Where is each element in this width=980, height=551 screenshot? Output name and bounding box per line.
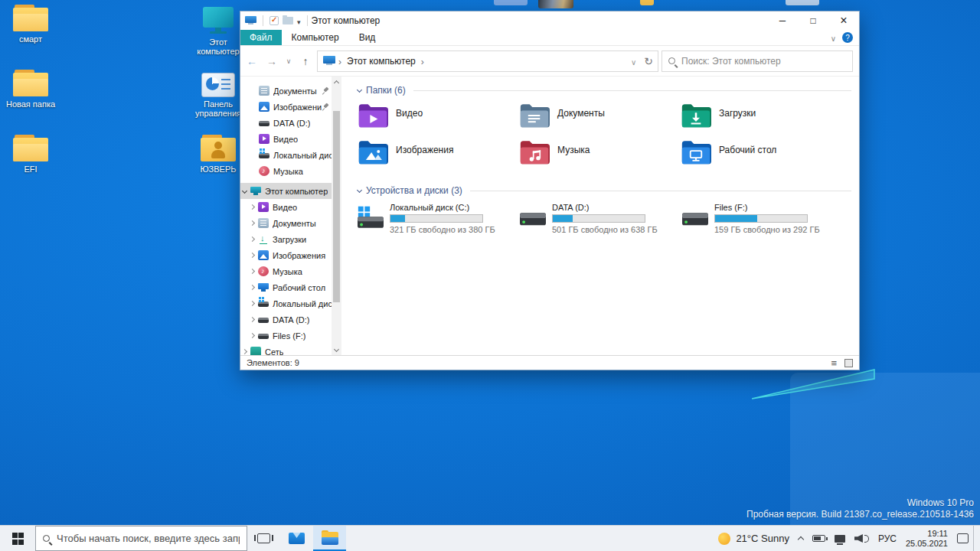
chevron-right-icon[interactable] [250, 285, 255, 290]
folder-tile-videos[interactable]: Видео [358, 102, 519, 139]
battery-status[interactable] [808, 526, 830, 551]
videos-folder-icon [358, 102, 388, 128]
desktop-icon-smart[interactable]: смарт [2, 5, 60, 44]
minimize-button[interactable] [767, 11, 798, 30]
sidebar-item-network[interactable]: Сеть [240, 344, 332, 355]
language-indicator[interactable]: РУС [874, 526, 901, 551]
drive-tile-d[interactable]: DATA (D:) 501 ГБ свободно из 638 ГБ [520, 203, 682, 234]
taskbar-search-box[interactable] [35, 526, 247, 551]
drive-tile-c[interactable]: Локальный диск (C:) 321 ГБ свободно из 3… [358, 203, 520, 234]
sidebar-item-documents[interactable]: Документы [240, 83, 332, 99]
up-button[interactable]: ↑ [297, 53, 314, 70]
chevron-right-icon[interactable] [250, 301, 255, 306]
network-status[interactable] [830, 526, 850, 551]
chevron-right-icon[interactable] [250, 204, 255, 210]
back-button[interactable]: ← [243, 53, 260, 70]
chevron-right-icon[interactable] [250, 269, 255, 274]
tab-view[interactable]: Вид [349, 30, 386, 45]
large-icons-view-button[interactable] [844, 359, 853, 367]
file-explorer-button[interactable] [313, 526, 346, 551]
address-bar[interactable]: Этот компьютер [317, 51, 658, 72]
mail-icon [289, 533, 305, 544]
properties-button[interactable] [270, 16, 279, 25]
taskbar-search-input[interactable] [57, 533, 240, 544]
user-folder-icon [201, 135, 236, 162]
video-icon [258, 202, 269, 212]
maximize-button[interactable] [798, 11, 828, 30]
breadcrumb-chevron-icon[interactable] [421, 54, 424, 68]
action-center-button[interactable] [952, 526, 973, 551]
tray-overflow-button[interactable] [794, 526, 808, 551]
folder-tile-desktop[interactable]: Рабочий стол [681, 139, 842, 175]
volume-status[interactable] [850, 526, 874, 551]
desktop-icon-user-folder[interactable]: ЮЗВЕРЬ [189, 135, 247, 174]
scrollbar-thumb[interactable] [333, 111, 340, 302]
forward-button[interactable]: → [263, 53, 280, 70]
breadcrumb-this-pc[interactable]: Этот компьютер [345, 56, 418, 67]
group-header-folders[interactable]: Папки (6) [358, 84, 851, 96]
desktop-icon-this-pc[interactable]: Этот компьютер [189, 6, 247, 56]
chevron-right-icon[interactable] [250, 220, 255, 226]
sidebar-item-downloads[interactable]: Загрузки [240, 231, 332, 247]
scrollbar-up-arrow[interactable] [332, 77, 341, 86]
sidebar-item-data-d[interactable]: DATA (D:) [240, 311, 332, 328]
search-icon [43, 535, 50, 542]
sidebar-item-music[interactable]: Музыка [240, 263, 332, 279]
sidebar-item-files-f[interactable]: Files (F:) [240, 328, 332, 344]
sidebar-item-desktop[interactable]: Рабочий стол [240, 279, 332, 295]
sidebar-scrollbar[interactable] [332, 77, 341, 355]
sidebar-item-data-d[interactable]: DATA (D:) [240, 115, 332, 131]
windows-watermark: Windows 10 Pro Пробная версия. Build 213… [746, 497, 974, 520]
search-input[interactable] [681, 56, 846, 67]
tab-file[interactable]: Файл [240, 30, 282, 45]
chevron-down-icon[interactable] [357, 187, 362, 192]
navigation-toolbar: ← → ∨ ↑ Этот компьютер [240, 46, 859, 76]
scrollbar-down-arrow[interactable] [332, 345, 341, 355]
details-view-button[interactable] [831, 357, 837, 369]
chevron-right-icon[interactable] [242, 349, 247, 354]
breadcrumb-chevron-icon[interactable] [338, 54, 341, 68]
chevron-right-icon[interactable] [250, 317, 255, 322]
drive-tile-f[interactable]: Files (F:) 159 ГБ свободно из 292 ГБ [682, 203, 844, 234]
chevron-right-icon[interactable] [250, 253, 255, 258]
start-button[interactable] [0, 526, 35, 551]
desktop-icon-new-folder[interactable]: Новая папка [2, 70, 60, 109]
chevron-right-icon[interactable] [250, 333, 255, 338]
explorer-search-box[interactable] [662, 51, 853, 72]
folder-tile-music[interactable]: Музыка [519, 139, 681, 175]
sidebar-item-documents[interactable]: Документы [240, 215, 332, 231]
sidebar-item-videos[interactable]: Видео [240, 199, 332, 215]
folder-tile-pictures[interactable]: Изображения [358, 139, 519, 175]
sidebar-item-this-pc[interactable]: Этот компьютер [240, 183, 332, 199]
help-icon[interactable]: ? [842, 32, 853, 43]
new-folder-button[interactable] [283, 17, 293, 24]
refresh-icon[interactable] [644, 54, 653, 68]
sidebar-item-pictures[interactable]: Изображения [240, 247, 332, 263]
show-desktop-button[interactable] [973, 526, 977, 551]
folder-tile-documents[interactable]: Документы [519, 102, 681, 139]
close-button[interactable] [828, 11, 859, 30]
task-view-button[interactable] [247, 526, 280, 551]
group-header-devices[interactable]: Устройства и диски (3) [358, 184, 851, 197]
customize-toolbar-dropdown[interactable] [297, 14, 301, 28]
ribbon-collapse-icon[interactable] [831, 31, 836, 44]
desktop-icon-control-panel[interactable]: Панель управления [189, 73, 247, 118]
weather-widget[interactable]: 21°C Sunny [714, 526, 794, 551]
sidebar-item-videos[interactable]: Видео [240, 131, 332, 147]
desktop-folder-icon [681, 139, 711, 165]
clock[interactable]: 19:11 25.05.2021 [901, 526, 952, 551]
sidebar-item-local-disk[interactable]: Локальный диск [240, 295, 332, 311]
sidebar-item-pictures[interactable]: Изображени [240, 99, 332, 115]
desktop-icon-efi[interactable]: EFI [2, 135, 60, 174]
sidebar-item-local-disk[interactable]: Локальный дис [240, 147, 332, 163]
recent-locations-dropdown[interactable]: ∨ [283, 53, 294, 70]
folder-tile-downloads[interactable]: Загрузки [681, 102, 842, 139]
chevron-down-icon[interactable] [242, 188, 247, 194]
drive-icon [258, 315, 269, 324]
chevron-right-icon[interactable] [250, 236, 255, 242]
sidebar-item-music[interactable]: Музыка [240, 163, 332, 179]
mail-app-button[interactable] [280, 526, 313, 551]
tab-computer[interactable]: Компьютер [282, 30, 349, 45]
chevron-down-icon[interactable] [357, 86, 362, 92]
address-dropdown-icon[interactable] [631, 54, 636, 68]
